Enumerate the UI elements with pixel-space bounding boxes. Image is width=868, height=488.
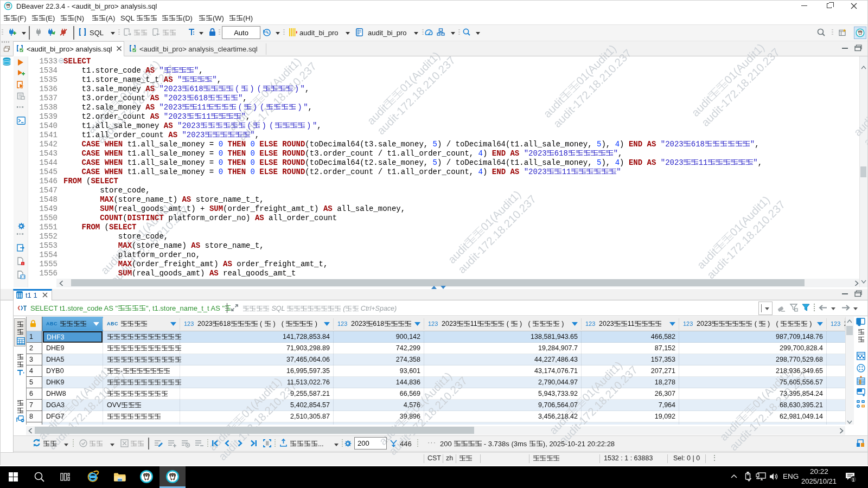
svg-text:1: 1 xyxy=(852,477,854,483)
